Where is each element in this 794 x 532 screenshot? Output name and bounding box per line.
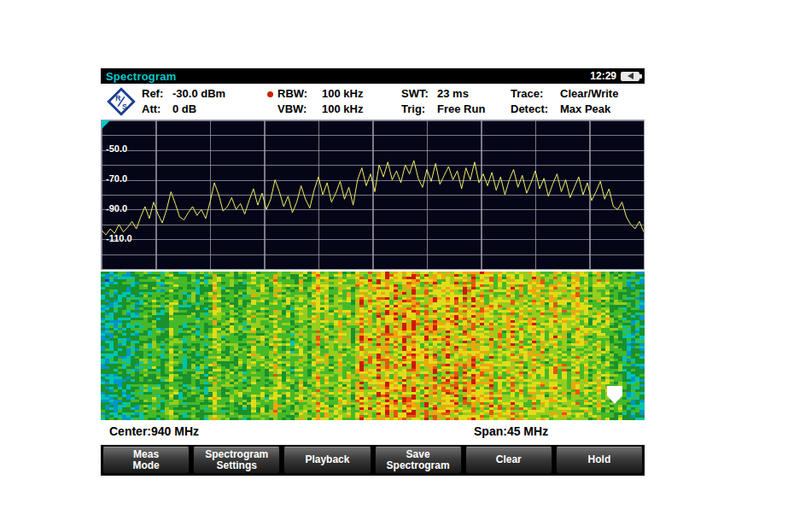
swt-label: SWT: [401, 86, 437, 102]
att-label: Att: [142, 102, 172, 117]
page: Spectrogram 12:29 R S Ref:-30.0 dBm Att:… [0, 0, 794, 532]
ytick--50: -50.0 [106, 143, 127, 154]
spectrum-trace-svg [102, 120, 644, 269]
spectrogram-canvas [101, 272, 645, 420]
detect-label: Detect: [511, 102, 560, 117]
span-value: 45 MHz [507, 424, 548, 438]
span-label: Span: [474, 424, 507, 438]
status-area: 12:29 [590, 70, 639, 82]
svg-text:S: S [122, 102, 127, 111]
swt-value: 23 ms [437, 86, 499, 102]
softkey-spectrogram-settings[interactable]: Spectrogram Settings [193, 447, 280, 474]
spectrogram-waterfall [101, 272, 645, 420]
softkey-playback[interactable]: Playback [283, 447, 371, 474]
clock-text: 12:29 [590, 70, 616, 82]
rbw-value: 100 kHz [322, 86, 382, 102]
amplitude-settings: Ref:-30.0 dBm Att:0 dB [142, 86, 254, 117]
frequency-footer: Center:940 MHz Span:45 MHz [101, 420, 645, 445]
ytick--90: -90.0 [106, 203, 127, 213]
ytick--110: -110.0 [106, 233, 132, 243]
bandwidth-settings: RBW:100 kHz VBW:100 kHz [277, 86, 382, 117]
trig-label: Trig: [401, 102, 437, 117]
coupling-indicator-dot [267, 91, 273, 97]
rbw-label: RBW: [277, 86, 322, 102]
softkey-save-spectrogram[interactable]: Save Spectrogram [375, 447, 462, 474]
ref-value: -30.0 dBm [172, 86, 254, 102]
trig-value: Free Run [437, 102, 499, 117]
softkey-bar: Meas Mode Spectrogram Settings Playback … [101, 445, 645, 476]
rs-logo-icon: R S [104, 85, 138, 118]
sweep-settings: SWT:23 ms Trig:Free Run [401, 86, 499, 117]
center-frequency: Center:940 MHz [109, 424, 199, 438]
svg-text:R: R [115, 94, 120, 102]
mode-title: Spectrogram [106, 70, 176, 83]
spectrum-plot: -50.0 -70.0 -90.0 -110.0 [101, 120, 645, 270]
softkey-meas-mode[interactable]: Meas Mode [102, 447, 190, 474]
battery-icon [621, 72, 639, 81]
settings-header: R S Ref:-30.0 dBm Att:0 dB RBW:100 kHz V… [101, 84, 645, 120]
ref-label: Ref: [142, 86, 172, 102]
trace-start-marker-icon [102, 120, 110, 129]
vbw-value: 100 kHz [322, 102, 382, 117]
trace-label: Trace: [511, 86, 560, 102]
softkey-hold[interactable]: Hold [556, 447, 643, 474]
trace-value: Clear/Write [560, 86, 618, 102]
title-bar: Spectrogram 12:29 [101, 68, 645, 84]
att-value: 0 dB [172, 102, 254, 117]
vbw-label: VBW: [277, 102, 322, 117]
softkey-clear[interactable]: Clear [465, 447, 552, 474]
span-readout: Span:45 MHz [474, 424, 548, 438]
trace-settings: Trace:Clear/Write Detect:Max Peak [511, 86, 618, 117]
detect-value: Max Peak [560, 102, 610, 117]
ytick--70: -70.0 [106, 173, 127, 184]
center-label: Center: [109, 424, 151, 438]
center-value: 940 MHz [151, 424, 199, 438]
analyzer-screen: Spectrogram 12:29 R S Ref:-30.0 dBm Att:… [101, 68, 645, 476]
